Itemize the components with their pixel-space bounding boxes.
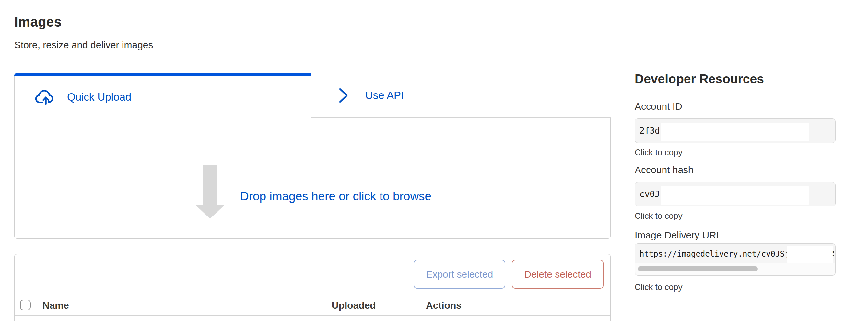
horizontal-scrollbar-thumb[interactable] bbox=[638, 266, 758, 272]
page-title: Images bbox=[14, 14, 62, 30]
horizontal-scrollbar-track bbox=[635, 263, 835, 275]
column-header-uploaded: Uploaded bbox=[332, 294, 376, 316]
export-selected-button[interactable]: Export selected bbox=[413, 260, 505, 289]
column-header-actions: Actions bbox=[426, 294, 462, 316]
tab-use-api[interactable]: Use API bbox=[311, 73, 611, 118]
column-header-name: Name bbox=[42, 294, 69, 316]
account-id-redaction bbox=[661, 122, 809, 141]
developer-resources-panel: Developer Resources Account ID 2f3d Clic… bbox=[634, 72, 836, 298]
active-tab-indicator bbox=[14, 73, 311, 76]
image-delivery-url-label: Image Delivery URL bbox=[634, 230, 721, 241]
chevron-right-icon bbox=[338, 87, 349, 104]
image-delivery-url-redaction bbox=[787, 246, 833, 263]
account-hash-copy-hint: Click to copy bbox=[634, 211, 682, 221]
tab-quick-upload-label: Quick Upload bbox=[67, 91, 131, 103]
clipped-character: : bbox=[831, 248, 835, 258]
account-hash-value-box[interactable]: cv0J bbox=[634, 182, 836, 207]
image-dropzone[interactable]: Drop images here or click to browse bbox=[14, 118, 610, 239]
account-id-label: Account ID bbox=[634, 101, 682, 112]
image-delivery-url-value: https://imagedelivery.net/cv0JSj bbox=[640, 244, 789, 264]
dropzone-label: Drop images here or click to browse bbox=[240, 190, 431, 203]
account-hash-label: Account hash bbox=[634, 165, 693, 175]
cloud-upload-icon bbox=[35, 89, 56, 105]
account-id-value-box[interactable]: 2f3d bbox=[634, 118, 836, 143]
account-id-copy-hint: Click to copy bbox=[634, 148, 682, 157]
page-subtitle: Store, resize and deliver images bbox=[14, 39, 153, 50]
image-list-panel: Export selected Delete selected Name Upl… bbox=[14, 254, 611, 321]
table-header-row: Name Uploaded Actions bbox=[14, 294, 610, 316]
select-all-checkbox[interactable] bbox=[20, 300, 31, 310]
image-delivery-url-copy-hint: Click to copy bbox=[634, 282, 682, 292]
tab-quick-upload[interactable]: Quick Upload bbox=[14, 77, 311, 117]
account-hash-value: cv0J bbox=[640, 182, 660, 206]
images-page: Images Store, resize and deliver images … bbox=[0, 0, 868, 321]
image-delivery-url-box[interactable]: https://imagedelivery.net/cv0JSj : bbox=[634, 243, 836, 276]
developer-resources-title: Developer Resources bbox=[634, 72, 764, 86]
tab-use-api-label: Use API bbox=[365, 89, 404, 102]
account-id-value: 2f3d bbox=[640, 119, 660, 143]
list-toolbar: Export selected Delete selected bbox=[14, 254, 610, 294]
delete-selected-button[interactable]: Delete selected bbox=[512, 260, 603, 289]
arrow-down-icon bbox=[195, 165, 225, 218]
account-hash-redaction bbox=[661, 186, 809, 205]
upload-panel: Quick Upload Use API Drop images here or… bbox=[14, 73, 611, 239]
